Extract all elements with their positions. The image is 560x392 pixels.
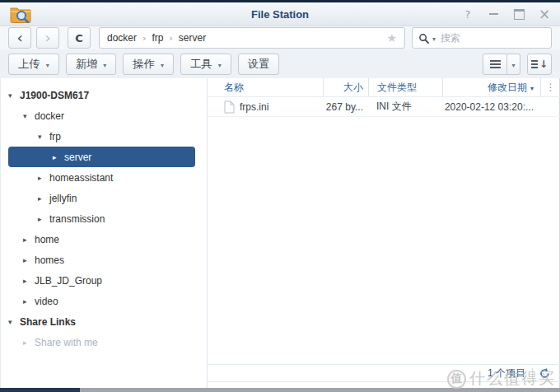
search-input[interactable] xyxy=(439,31,545,44)
tools-button-label: 工具 xyxy=(190,57,212,72)
chevron-down-icon xyxy=(23,112,35,120)
tree-item-label: jellyfin xyxy=(49,193,77,204)
column-header-size[interactable]: 大小 xyxy=(323,78,368,96)
chevron-down-icon xyxy=(46,58,49,70)
sort-descending-icon xyxy=(527,82,534,93)
column-header-label: 文件类型 xyxy=(377,81,417,95)
sidebar-item-home[interactable]: home xyxy=(8,229,195,250)
column-options-button[interactable] xyxy=(540,78,560,96)
file-rows: frps.ini 267 by... INI 文件 2020-02-12 03:… xyxy=(208,97,560,364)
action-button[interactable]: 操作 xyxy=(123,54,174,75)
column-header-name[interactable]: 名称 xyxy=(208,78,323,96)
sidebar-item-homes[interactable]: homes xyxy=(8,250,195,270)
kebab-menu-icon xyxy=(546,82,556,93)
status-divider xyxy=(532,368,533,379)
file-name: frps.ini xyxy=(240,101,268,113)
sidebar-item-transmission[interactable]: transmission xyxy=(8,208,195,229)
upload-button[interactable]: 上传 xyxy=(8,54,59,75)
settings-button-label: 设置 xyxy=(248,57,270,72)
help-icon[interactable] xyxy=(462,8,474,20)
sidebar-item-homeassistant[interactable]: homeassistant xyxy=(8,167,195,188)
column-header-label: 修改日期 xyxy=(488,81,527,95)
sidebar-item-frp[interactable]: frp xyxy=(8,126,195,147)
tree-item-label: video xyxy=(35,296,58,307)
file-station-app-icon xyxy=(10,5,31,23)
chevron-down-icon xyxy=(8,91,20,100)
cell-type: INI 文件 xyxy=(368,100,442,114)
tree-item-label: docker xyxy=(35,110,64,122)
toolbar: 上传 新增 操作 工具 设置 xyxy=(0,49,560,78)
chevron-right-icon xyxy=(142,33,146,44)
create-button[interactable]: 新增 xyxy=(66,54,117,75)
tree-item-label: home xyxy=(35,234,59,245)
settings-button[interactable]: 设置 xyxy=(238,54,280,75)
chevron-right-icon xyxy=(53,153,64,161)
sidebar-item-share-with-me[interactable]: Share with me xyxy=(8,332,195,352)
table-row[interactable]: frps.ini 267 by... INI 文件 2020-02-12 03:… xyxy=(208,97,560,117)
table-header: 名称 大小 文件类型 修改日期 xyxy=(208,78,560,97)
bottom-edge-strip xyxy=(0,388,560,392)
tree-item-label: frp xyxy=(49,131,61,142)
sidebar-item-video[interactable]: video xyxy=(8,291,195,311)
sidebar-item-jlb-jd-group[interactable]: JLB_JD_Group xyxy=(8,270,195,291)
refresh-button[interactable] xyxy=(68,27,91,49)
tree-item-label: server xyxy=(64,152,91,163)
chevron-right-icon xyxy=(23,297,35,306)
column-header-label: 大小 xyxy=(343,81,363,95)
maximize-icon[interactable] xyxy=(513,8,525,20)
breadcrumb-segment[interactable]: server xyxy=(179,32,206,44)
column-header-modified[interactable]: 修改日期 xyxy=(442,78,540,96)
favorite-star-icon[interactable] xyxy=(386,31,397,44)
chevron-right-icon xyxy=(23,338,35,347)
cell-modified: 2020-02-12 03:20:... xyxy=(442,101,540,113)
forward-button[interactable] xyxy=(36,27,59,49)
sort-lines-icon xyxy=(531,63,538,65)
sidebar-item-docker[interactable]: docker xyxy=(8,105,195,126)
view-mode-split-button xyxy=(483,54,520,75)
column-header-label: 名称 xyxy=(224,81,244,95)
tools-button[interactable]: 工具 xyxy=(180,54,231,75)
breadcrumb-segment[interactable]: frp xyxy=(152,32,163,44)
minimize-icon[interactable] xyxy=(488,8,499,20)
chevron-right-icon xyxy=(23,236,35,244)
tree-item-label: Share Links xyxy=(20,316,76,328)
search-icon xyxy=(418,33,429,44)
sidebar-item-jellyfin[interactable]: jellyfin xyxy=(8,188,195,208)
tree-item-label: homes xyxy=(35,254,64,266)
chevron-right-icon xyxy=(38,215,49,223)
tree-item-label: transmission xyxy=(49,213,105,225)
window-controls xyxy=(462,8,550,20)
tree-item-label: Share with me xyxy=(35,337,98,348)
item-count: 1 个项目 xyxy=(488,366,525,380)
cell-size: 267 by... xyxy=(323,101,368,113)
view-mode-caret-button[interactable] xyxy=(507,54,520,75)
list-view-button[interactable] xyxy=(483,54,507,75)
search-options-caret-icon[interactable] xyxy=(432,32,436,44)
chevron-right-icon xyxy=(38,174,49,182)
chevron-down-icon xyxy=(512,58,516,70)
column-header-type[interactable]: 文件类型 xyxy=(368,78,442,96)
list-view-icon xyxy=(490,63,501,65)
sidebar-item-server[interactable]: server xyxy=(8,147,195,167)
chevron-right-icon xyxy=(169,33,172,44)
search-box[interactable] xyxy=(412,27,552,49)
folder-tree-sidebar: J1900-DSM617 docker frp server homeassis… xyxy=(0,78,208,388)
action-button-label: 操作 xyxy=(133,57,155,72)
upload-button-label: 上传 xyxy=(18,57,40,72)
title-bar: File Station xyxy=(0,2,560,26)
sidebar-section-share-links[interactable]: Share Links xyxy=(8,311,195,332)
tree-item-label: JLB_JD_Group xyxy=(35,275,102,287)
back-button[interactable] xyxy=(8,27,31,49)
close-icon[interactable] xyxy=(539,8,550,20)
breadcrumb-segment[interactable]: docker xyxy=(107,32,137,44)
chevron-down-icon xyxy=(8,318,20,326)
sidebar-item-j1900-dsm617[interactable]: J1900-DSM617 xyxy=(8,85,195,105)
chevron-down-icon xyxy=(218,58,222,70)
sort-button[interactable] xyxy=(527,54,552,75)
chevron-down-icon xyxy=(161,58,164,70)
navigation-row: docker frp server xyxy=(0,26,560,49)
chevron-right-icon xyxy=(23,256,35,264)
breadcrumb[interactable]: docker frp server xyxy=(99,27,405,49)
refresh-status-icon[interactable] xyxy=(539,368,550,379)
cell-name: frps.ini xyxy=(208,100,323,114)
